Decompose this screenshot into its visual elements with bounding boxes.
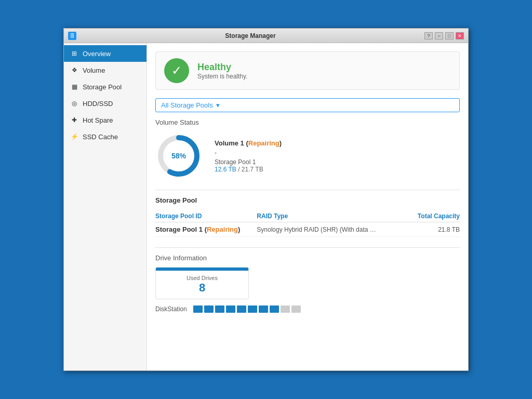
- sidebar-label-storage-pool: Storage Pool: [83, 83, 122, 91]
- sidebar-item-storage-pool[interactable]: ▦ Storage Pool: [64, 78, 147, 95]
- disk-slot-8: [270, 305, 279, 313]
- col-header-raid: RAID Type: [257, 212, 409, 220]
- chevron-down-icon: ▾: [216, 101, 220, 109]
- dropdown-label: All Storage Pools: [161, 101, 213, 109]
- disk-slot-6: [248, 305, 257, 313]
- sidebar-label-volume: Volume: [83, 66, 105, 74]
- drive-information-section: Drive Information Used Drives 8 DiskStat…: [155, 254, 460, 313]
- sidebar-item-hdd-ssd[interactable]: ◎ HDD/SSD: [64, 95, 147, 112]
- volume-icon: ❖: [70, 66, 78, 74]
- help-button[interactable]: ?: [424, 32, 433, 39]
- disk-slot-2: [204, 305, 214, 313]
- overview-icon: ⊞: [70, 49, 78, 58]
- disk-slot-1: [193, 305, 203, 313]
- diskstation-label: DiskStation: [155, 305, 187, 313]
- disk-slots: [193, 305, 301, 313]
- table-header: Storage Pool ID RAID Type Total Capacity: [155, 210, 460, 222]
- sidebar-item-ssd-cache[interactable]: ⚡ SSD Cache: [64, 128, 147, 145]
- disk-slot-7: [259, 305, 268, 313]
- volume-status-title: Volume Status: [155, 118, 460, 126]
- table-row[interactable]: Storage Pool 1 (Repairing) Synology Hybr…: [155, 222, 460, 237]
- volume-dash: -: [215, 149, 282, 156]
- hdd-ssd-icon: ◎: [70, 99, 78, 108]
- used-drives-label: Used Drives: [160, 275, 244, 281]
- donut-label: 58%: [171, 152, 186, 160]
- titlebar: 🗄 Storage Manager ? – □ ✕: [64, 29, 468, 43]
- pool-slash: /: [238, 166, 242, 173]
- disk-slot-10: [291, 305, 301, 313]
- volume-status-badge: Repairing: [248, 139, 280, 147]
- main-content: ✓ Healthy System is healthy. All Storage…: [147, 43, 468, 370]
- storage-manager-window: 🗄 Storage Manager ? – □ ✕ ⊞ Overview ❖ V…: [63, 28, 469, 371]
- disk-slot-4: [226, 305, 235, 313]
- used-drives-box: Used Drives 8: [155, 267, 249, 299]
- volume-row: 58% Volume 1 (Repairing) - Storage Pool …: [155, 132, 460, 179]
- divider-1: [155, 190, 460, 190]
- sidebar-item-hot-spare[interactable]: ✚ Hot Spare: [64, 112, 147, 128]
- pool-size: 12.6 TB / 21.7 TB: [215, 166, 282, 173]
- window-title: Storage Manager: [76, 32, 424, 39]
- divider-2: [155, 247, 460, 248]
- storage-pool-title: Storage Pool: [155, 196, 460, 204]
- all-storage-pools-dropdown[interactable]: All Storage Pools ▾: [155, 98, 460, 112]
- pool-repairing-badge: Repairing: [207, 225, 238, 233]
- window-body: ⊞ Overview ❖ Volume ▦ Storage Pool ◎ HDD…: [64, 43, 468, 370]
- window-controls: ? – □ ✕: [424, 32, 464, 39]
- health-text: Healthy System is healthy.: [197, 62, 247, 80]
- health-icon: ✓: [164, 58, 189, 83]
- used-drives-body: Used Drives 8: [156, 271, 248, 299]
- storage-pool-section: Storage Pool Storage Pool ID RAID Type T…: [155, 196, 460, 237]
- disk-slot-3: [215, 305, 224, 313]
- volume-status-section: Volume Status 58%: [155, 118, 460, 179]
- maximize-button[interactable]: □: [445, 32, 454, 39]
- sidebar-label-overview: Overview: [83, 50, 111, 58]
- sidebar-label-hot-spare: Hot Spare: [83, 116, 113, 124]
- disk-slot-5: [237, 305, 246, 313]
- volume-info: Volume 1 (Repairing) - Storage Pool 1 12…: [215, 139, 282, 173]
- capacity-cell: 21.8 TB: [409, 226, 460, 233]
- app-icon: 🗄: [68, 32, 76, 40]
- raid-cell: Synology Hybrid RAID (SHR) (With data …: [257, 226, 409, 233]
- col-header-capacity: Total Capacity: [409, 212, 460, 220]
- health-message: System is healthy.: [197, 73, 247, 80]
- health-status-label: Healthy: [197, 62, 247, 73]
- storage-pool-icon: ▦: [70, 83, 78, 91]
- pool-used: 12.6 TB: [215, 166, 236, 173]
- sidebar-item-volume[interactable]: ❖ Volume: [64, 62, 147, 78]
- health-status-bar: ✓ Healthy System is healthy.: [155, 51, 460, 90]
- pool-name: Storage Pool 1: [215, 158, 282, 166]
- donut-chart: 58%: [155, 132, 202, 179]
- volume-name: Volume 1 (Repairing): [215, 139, 282, 147]
- sidebar-label-hdd-ssd: HDD/SSD: [83, 100, 113, 108]
- diskstation-row: DiskStation: [155, 305, 460, 313]
- col-header-id: Storage Pool ID: [155, 212, 257, 220]
- close-button[interactable]: ✕: [456, 32, 464, 39]
- disk-slot-9: [281, 305, 290, 313]
- hot-spare-icon: ✚: [70, 116, 78, 124]
- minimize-button[interactable]: –: [435, 32, 443, 39]
- drive-info-title: Drive Information: [155, 254, 460, 262]
- sidebar: ⊞ Overview ❖ Volume ▦ Storage Pool ◎ HDD…: [64, 43, 147, 370]
- pool-total: 21.7 TB: [242, 166, 263, 173]
- sidebar-item-overview[interactable]: ⊞ Overview: [64, 45, 147, 62]
- ssd-cache-icon: ⚡: [70, 132, 78, 141]
- pool-id-cell: Storage Pool 1 (Repairing): [155, 225, 257, 233]
- sidebar-label-ssd-cache: SSD Cache: [83, 133, 118, 141]
- used-drives-count: 8: [160, 281, 244, 295]
